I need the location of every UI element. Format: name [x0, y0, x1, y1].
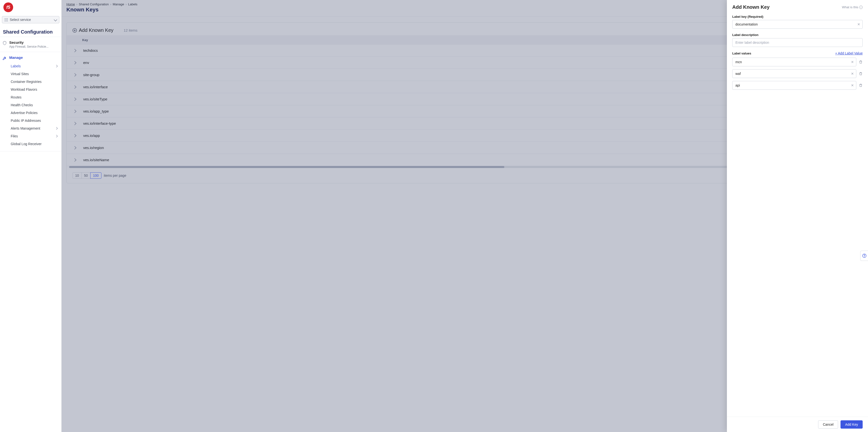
label-key-input[interactable]	[732, 20, 863, 29]
label-description-label: Label description	[732, 33, 863, 37]
help-fab[interactable]	[860, 251, 868, 261]
delete-value-icon[interactable]	[859, 83, 863, 88]
add-known-key-drawer: Add Known Key What is this i Label key (…	[727, 0, 868, 432]
sidebar-item-routes[interactable]: Routes	[9, 93, 59, 101]
info-icon: i	[859, 6, 863, 9]
cancel-button[interactable]: Cancel	[818, 420, 838, 429]
label-value-row: ✕	[732, 81, 863, 90]
nav-manage[interactable]: Manage	[2, 56, 59, 60]
what-is-this-link[interactable]: What is this i	[842, 5, 863, 9]
sidebar-item-labels[interactable]: Labels	[9, 62, 59, 70]
nav-security-title: Security	[9, 40, 49, 44]
grid-icon	[5, 18, 8, 22]
chevron-right-icon	[55, 135, 58, 137]
service-select[interactable]: Select service	[2, 16, 59, 23]
clear-value-icon[interactable]: ✕	[851, 60, 854, 64]
sidebar-item-alerts-management[interactable]: Alerts Management	[9, 125, 59, 132]
service-select-label: Select service	[10, 18, 31, 22]
label-value-input[interactable]	[732, 58, 856, 66]
drawer-title: Add Known Key	[732, 4, 770, 10]
label-description-input[interactable]	[732, 38, 863, 47]
sidebar-item-health-checks[interactable]: Health Checks	[9, 101, 59, 109]
clear-label-key-icon[interactable]: ✕	[857, 22, 860, 26]
sidebar-item-global-log-receiver[interactable]: Global Log Receiver	[9, 140, 59, 148]
page-size-100[interactable]: 100	[90, 172, 101, 179]
label-value-row: ✕	[732, 58, 863, 66]
clear-value-icon[interactable]: ✕	[851, 72, 854, 76]
sidebar-item-container-registries[interactable]: Container Registries	[9, 78, 59, 86]
add-key-button[interactable]: Add Key	[840, 420, 863, 429]
chevron-right-icon	[55, 127, 58, 130]
nav-security-subtitle: App Firewall, Service Policie...	[9, 45, 49, 48]
question-icon	[862, 254, 867, 258]
label-values-label: Label values	[732, 52, 751, 55]
chevron-down-icon	[54, 18, 57, 22]
sidebar-item-files[interactable]: Files	[9, 132, 59, 140]
nav-manage-title: Manage	[9, 56, 23, 60]
sidebar-item-public-ip-addresses[interactable]: Public IP Addresses	[9, 117, 59, 125]
add-label-value-link[interactable]: + Add Label Value	[835, 51, 863, 55]
clear-value-icon[interactable]: ✕	[851, 84, 854, 87]
label-value-input[interactable]	[732, 81, 856, 90]
label-key-label: Label key (Required)	[732, 15, 863, 19]
chevron-right-icon	[55, 65, 58, 67]
label-value-row: ✕	[732, 69, 863, 78]
sidebar-item-workload-flavors[interactable]: Workload Flavors	[9, 86, 59, 93]
delete-value-icon[interactable]	[859, 71, 863, 76]
nav-security[interactable]: Security App Firewall, Service Policie..…	[2, 40, 59, 48]
delete-value-icon[interactable]	[859, 60, 863, 64]
sidebar-item-advertise-policies[interactable]: Advertise Policies	[9, 109, 59, 117]
wrench-icon	[2, 56, 7, 60]
label-value-input[interactable]	[732, 69, 856, 78]
shield-icon	[2, 41, 7, 45]
sidebar-item-virtual-sites[interactable]: Virtual Sites	[9, 70, 59, 78]
section-title: Shared Configuration	[0, 26, 61, 37]
logo[interactable]: f5	[3, 2, 13, 12]
